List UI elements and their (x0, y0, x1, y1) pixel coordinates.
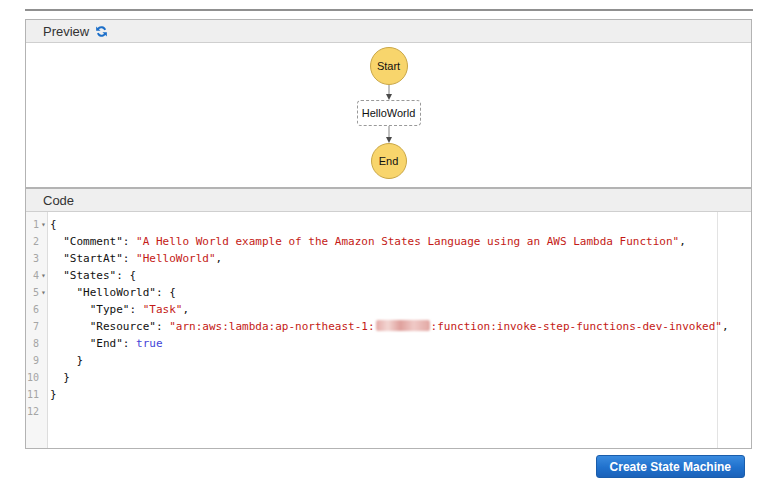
code-row: 10 } (26, 369, 751, 386)
end-node: End (371, 143, 407, 179)
code-row: 6 "Type": "Task", (26, 301, 751, 318)
fold-spacer (39, 250, 48, 267)
code-row: 11} (26, 386, 751, 403)
code-row: 2 "Comment": "A Hello World example of t… (26, 233, 751, 250)
fold-spacer (39, 386, 48, 403)
line-number: 2 (26, 233, 39, 250)
state-machine-diagram: Start HelloWorld End (26, 43, 751, 187)
line-number: 3 (26, 250, 39, 267)
fold-spacer (39, 369, 48, 386)
fold-toggle-icon[interactable]: ▾ (39, 216, 48, 233)
create-state-machine-button[interactable]: Create State Machine (596, 455, 745, 478)
line-number: 1 (26, 216, 39, 233)
fold-toggle-icon[interactable]: ▾ (39, 267, 48, 284)
fold-spacer (39, 318, 48, 335)
top-divider (25, 9, 753, 11)
code-panel: Code 1▾{2 "Comment": "A Hello World exam… (25, 188, 752, 449)
code-row: 3 "StartAt": "HelloWorld", (26, 250, 751, 267)
start-node: Start (370, 47, 408, 85)
line-number: 10 (26, 369, 39, 386)
redacted-account-id (376, 320, 430, 331)
line-number: 4 (26, 267, 39, 284)
code-row: 7 "Resource": "arn:aws:lambda:ap-northea… (26, 318, 751, 335)
code-title: Code (43, 193, 74, 208)
line-number: 12 (26, 403, 39, 420)
fold-spacer (39, 403, 48, 420)
page: Preview Start HelloWorld (0, 0, 768, 486)
preview-header: Preview (26, 20, 751, 43)
fold-spacer (39, 233, 48, 250)
code-header: Code (26, 189, 751, 212)
fold-spacer (39, 352, 48, 369)
arrow-down-icon (384, 126, 394, 143)
line-number: 11 (26, 386, 39, 403)
line-number: 5 (26, 284, 39, 301)
end-node-label: End (379, 155, 399, 167)
code-row: 4▾ "States": { (26, 267, 751, 284)
refresh-icon[interactable] (95, 25, 108, 38)
start-node-label: Start (377, 60, 400, 72)
task-node: HelloWorld (357, 100, 421, 126)
code-editor[interactable]: 1▾{2 "Comment": "A Hello World example o… (26, 212, 751, 448)
preview-title: Preview (43, 24, 89, 39)
line-number: 7 (26, 318, 39, 335)
preview-panel: Preview Start HelloWorld (25, 19, 752, 188)
line-number: 6 (26, 301, 39, 318)
task-node-label: HelloWorld (362, 107, 416, 119)
code-row: 9 } (26, 352, 751, 369)
fold-spacer (39, 335, 48, 352)
code-row: 8 "End": true (26, 335, 751, 352)
code-row: 1▾{ (26, 216, 751, 233)
arrow-down-icon (384, 85, 394, 100)
line-number: 9 (26, 352, 39, 369)
fold-spacer (39, 301, 48, 318)
code-lines: 1▾{2 "Comment": "A Hello World example o… (26, 212, 751, 420)
line-number: 8 (26, 335, 39, 352)
code-row: 5▾ "HelloWorld": { (26, 284, 751, 301)
fold-toggle-icon[interactable]: ▾ (39, 284, 48, 301)
code-row: 12 (26, 403, 751, 420)
